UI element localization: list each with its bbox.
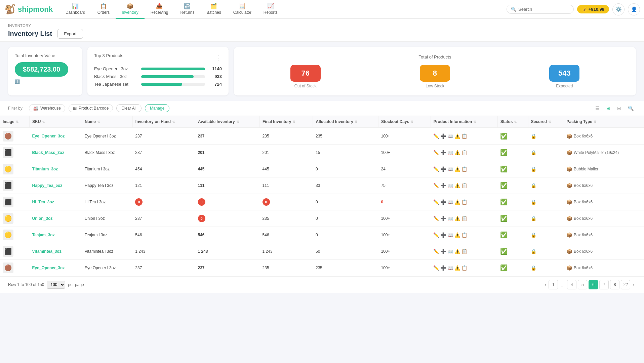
add-icon[interactable]: ➕ (440, 183, 446, 188)
edit-icon[interactable]: ✏️ (433, 150, 439, 155)
book-icon[interactable]: 📖 (447, 265, 453, 271)
edit-icon[interactable]: ✏️ (433, 166, 439, 172)
sku-link[interactable]: Teajam_3oz (32, 233, 55, 237)
sku-link[interactable]: Black_Mass_3oz (32, 150, 64, 155)
edit-icon[interactable]: ✏️ (433, 183, 439, 188)
list-icon[interactable]: 📋 (461, 216, 467, 221)
nav-item-calculator[interactable]: 🧮Calculator (227, 0, 257, 19)
add-icon[interactable]: ➕ (440, 199, 446, 205)
sku-link[interactable]: Hi_Tea_3oz (32, 200, 54, 204)
list-icon[interactable]: 📋 (461, 232, 467, 238)
col-secured[interactable]: Secured⇅ (528, 116, 564, 128)
add-icon[interactable]: ➕ (440, 133, 446, 139)
col-stockout-days[interactable]: Stockout Days⇅ (378, 116, 431, 128)
sku-link[interactable]: Eye_Opener_3oz (32, 266, 65, 270)
nav-item-batches[interactable]: 🗂️Batches (200, 0, 227, 19)
book-icon[interactable]: 📖 (447, 216, 453, 221)
book-icon[interactable]: 📖 (447, 249, 453, 254)
triangle-icon[interactable]: ⚠️ (454, 183, 460, 188)
col-sku[interactable]: SKU⇅ (30, 116, 82, 128)
page-btn-6[interactable]: 6 (589, 280, 598, 289)
nav-item-returns[interactable]: ↩️Returns (174, 0, 200, 19)
user-icon-btn[interactable]: 👤 (628, 3, 640, 15)
triangle-icon[interactable]: ⚠️ (454, 265, 460, 271)
sku-link[interactable]: Eye_Opener_3oz (32, 134, 65, 138)
col-image[interactable]: Image⇅ (0, 116, 30, 128)
export-button[interactable]: Export (57, 29, 83, 39)
triangle-icon[interactable]: ⚠️ (454, 150, 460, 155)
triangle-icon[interactable]: ⚠️ (454, 249, 460, 254)
page-btn-22[interactable]: 22 (621, 280, 630, 289)
nav-item-orders[interactable]: 📋Orders (91, 0, 116, 19)
sku-link[interactable]: Union_3oz (32, 216, 53, 221)
sku-link[interactable]: Titanium_3oz (32, 167, 58, 171)
list-icon[interactable]: 📋 (461, 183, 467, 188)
list-view-icon[interactable]: ☰ (593, 104, 602, 112)
triangle-icon[interactable]: ⚠️ (454, 166, 460, 172)
triangle-icon[interactable]: ⚠️ (454, 199, 460, 205)
triangle-icon[interactable]: ⚠️ (454, 133, 460, 139)
triangle-icon[interactable]: ⚠️ (454, 216, 460, 221)
col-status[interactable]: Status⇅ (497, 116, 528, 128)
col-name[interactable]: Name⇅ (82, 116, 133, 128)
list-icon[interactable]: 📋 (461, 150, 467, 155)
search-filter-icon[interactable]: 🔍 (626, 104, 636, 112)
page-btn-5[interactable]: 5 (578, 280, 587, 289)
top3-menu-icon[interactable]: ⋮ (215, 54, 222, 62)
logo[interactable]: 🐒 shipmonk (4, 4, 53, 15)
list-icon[interactable]: 📋 (461, 249, 467, 254)
table-view-icon[interactable]: ⊞ (604, 104, 613, 112)
info-icon[interactable]: ℹ️ (15, 79, 75, 84)
prev-page-btn[interactable]: ‹ (543, 282, 548, 287)
add-icon[interactable]: ➕ (440, 216, 446, 221)
sku-link[interactable]: Happy_Tea_5oz (32, 183, 63, 188)
nav-item-receiving[interactable]: 📥Receiving (145, 0, 174, 19)
edit-icon[interactable]: ✏️ (433, 199, 439, 205)
manage-button[interactable]: Manage (145, 104, 169, 112)
book-icon[interactable]: 📖 (447, 199, 453, 205)
add-icon[interactable]: ➕ (440, 265, 446, 271)
col-inventory-on-hand[interactable]: Inventory on Hand⇅ (132, 116, 195, 128)
credit-badge[interactable]: 💰 +910.99 (577, 5, 609, 13)
edit-icon[interactable]: ✏️ (433, 232, 439, 238)
add-icon[interactable]: ➕ (440, 166, 446, 172)
col-final-inventory[interactable]: Final Inventory⇅ (260, 116, 313, 128)
nav-item-dashboard[interactable]: 📊Dashboard (59, 0, 91, 19)
edit-icon[interactable]: ✏️ (433, 249, 439, 254)
grid-view-icon[interactable]: ⊟ (615, 104, 623, 112)
search-input[interactable] (518, 7, 569, 12)
triangle-icon[interactable]: ⚠️ (454, 232, 460, 238)
book-icon[interactable]: 📖 (447, 166, 453, 172)
edit-icon[interactable]: ✏️ (433, 133, 439, 139)
page-btn-8[interactable]: 8 (610, 280, 619, 289)
per-page-select[interactable]: 100 50 25 (47, 281, 65, 289)
barcode-filter[interactable]: ▦ Product Barcode (69, 104, 113, 112)
list-icon[interactable]: 📋 (461, 265, 467, 271)
add-icon[interactable]: ➕ (440, 150, 446, 155)
clear-all-button[interactable]: Clear All (116, 104, 142, 112)
page-btn-4[interactable]: 4 (567, 280, 576, 289)
page-btn-1[interactable]: 1 (549, 280, 558, 289)
col-available-inventory[interactable]: Available Inventory⇅ (195, 116, 260, 128)
book-icon[interactable]: 📖 (447, 150, 453, 155)
nav-item-inventory[interactable]: 📦Inventory (116, 0, 144, 19)
sku-link[interactable]: Vitamintea_3oz (32, 249, 62, 254)
edit-icon[interactable]: ✏️ (433, 216, 439, 221)
book-icon[interactable]: 📖 (447, 232, 453, 238)
search-box[interactable]: 🔍 (507, 5, 574, 14)
book-icon[interactable]: 📖 (447, 133, 453, 139)
list-icon[interactable]: 📋 (461, 133, 467, 139)
add-icon[interactable]: ➕ (440, 232, 446, 238)
book-icon[interactable]: 📖 (447, 183, 453, 188)
list-icon[interactable]: 📋 (461, 199, 467, 205)
next-page-btn[interactable]: › (632, 282, 636, 287)
list-icon[interactable]: 📋 (461, 166, 467, 172)
col-packing-type[interactable]: Packing Type⇅ (564, 116, 644, 128)
warehouse-filter[interactable]: 🏭 Warehouse (29, 104, 65, 112)
col-allocated-inventory[interactable]: Allocated Inventory⇅ (313, 116, 378, 128)
col-product-information[interactable]: Product Information⇅ (431, 116, 497, 128)
page-btn-7[interactable]: 7 (599, 280, 609, 289)
settings-icon-btn[interactable]: ⚙️ (612, 3, 625, 15)
edit-icon[interactable]: ✏️ (433, 265, 439, 271)
nav-item-reports[interactable]: 📈Reports (257, 0, 284, 19)
